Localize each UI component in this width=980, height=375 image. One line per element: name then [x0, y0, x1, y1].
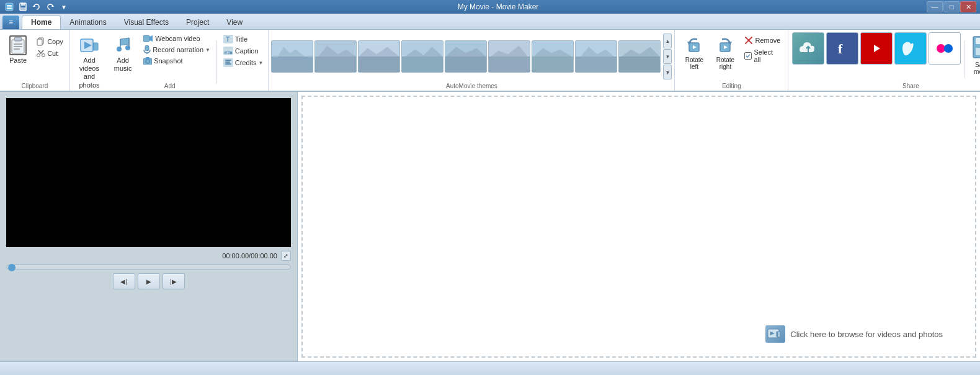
playback-controls: ◀| ▶ |▶ — [6, 273, 291, 289]
theme-thumb-6[interactable] — [488, 40, 530, 73]
rotate-left-icon — [684, 35, 704, 55]
storyboard-content[interactable] — [301, 96, 976, 358]
save-movie-button[interactable]: Save movie ▼ — [968, 32, 980, 85]
tab-project[interactable]: Project — [177, 16, 218, 29]
save-movie-label: Save movie — [974, 61, 980, 75]
add-music-button[interactable]: Add music — [107, 32, 138, 76]
tab-animations[interactable]: Animations — [61, 16, 115, 29]
tab-visual-effects[interactable]: Visual Effects — [115, 16, 177, 29]
record-narration-button[interactable]: Record narration ▼ — [141, 44, 213, 55]
credits-button[interactable]: Credits ▼ — [221, 57, 266, 68]
theme-thumb-1[interactable] — [271, 40, 313, 73]
share-divider — [964, 40, 964, 78]
theme-thumb-2[interactable] — [314, 40, 357, 73]
webcam-video-button[interactable]: Webcam video — [141, 34, 213, 43]
tab-home[interactable]: Home — [22, 16, 61, 29]
tab-view[interactable]: View — [218, 16, 251, 29]
paste-icon — [9, 35, 27, 55]
add-group: Add videos and photos Add music — [70, 30, 269, 91]
select-all-checkbox-icon — [744, 52, 752, 60]
svg-rect-49 — [359, 56, 399, 72]
app-menu-tab[interactable]: ≡ — [2, 16, 19, 29]
add-secondary-buttons: Webcam video Record narration ▼ Snapshot — [141, 32, 213, 66]
svg-point-82 — [944, 44, 953, 53]
svg-rect-26 — [143, 35, 149, 42]
browse-hint-text: Click here to browse for videos and phot… — [790, 330, 943, 339]
svg-rect-41 — [225, 63, 231, 65]
themes-scroll-up[interactable]: ▲ — [663, 34, 672, 48]
add-videos-photos-icon — [79, 35, 99, 55]
svg-text:f: f — [838, 41, 843, 56]
maximize-button[interactable]: □ — [943, 1, 960, 12]
browse-hint[interactable]: Click here to browse for videos and phot… — [765, 325, 943, 343]
cut-button[interactable]: Cut — [34, 48, 66, 59]
rotate-left-button[interactable]: Rotate left — [680, 32, 708, 73]
share-cloud-button[interactable] — [792, 32, 824, 65]
rotate-left-label: Rotate left — [685, 56, 703, 70]
editing-group-label: Editing — [675, 83, 788, 89]
svg-rect-52 — [403, 56, 443, 72]
record-narration-arrow: ▼ — [205, 47, 210, 53]
snapshot-button[interactable]: Snapshot — [141, 56, 213, 66]
next-frame-button[interactable]: |▶ — [163, 273, 185, 289]
quick-undo-button[interactable] — [31, 1, 42, 12]
quick-redo-button[interactable] — [45, 1, 56, 12]
svg-rect-84 — [976, 38, 980, 44]
theme-thumb-9[interactable] — [618, 40, 661, 73]
svg-point-17 — [42, 54, 45, 57]
title-button[interactable]: T Title — [221, 34, 266, 45]
clipboard-group: Paste Copy Cut Clipboard — [0, 30, 70, 91]
expand-preview-button[interactable]: ⤢ — [281, 251, 291, 261]
share-group: f — [788, 30, 980, 91]
quick-save-button[interactable] — [17, 1, 29, 12]
storyboard-panel: Click here to browse for videos and phot… — [298, 92, 980, 361]
svg-rect-43 — [272, 56, 313, 72]
theme-thumb-8[interactable] — [575, 40, 617, 73]
theme-thumb-7[interactable] — [532, 40, 574, 73]
theme-thumb-3[interactable] — [358, 40, 400, 73]
timeline-handle[interactable] — [8, 264, 16, 271]
clipboard-group-label: Clipboard — [0, 83, 69, 89]
add-music-label: Add music — [114, 56, 132, 73]
theme-thumb-5[interactable] — [445, 40, 487, 73]
themes-more[interactable]: ▾ — [663, 65, 672, 79]
svg-point-23 — [125, 45, 130, 50]
title-bar: ▼ My Movie - Movie Maker — □ ✕ — [0, 0, 980, 14]
svg-text:abc: abc — [225, 51, 231, 55]
share-flickr-button[interactable] — [929, 32, 961, 65]
svg-rect-6 — [20, 7, 25, 10]
svg-rect-1 — [7, 5, 12, 6]
svg-rect-11 — [14, 43, 22, 45]
svg-text:T: T — [226, 35, 230, 43]
quick-access-dropdown[interactable]: ▼ — [58, 1, 69, 12]
credits-arrow: ▼ — [259, 60, 264, 66]
app-menu-button[interactable] — [4, 1, 15, 12]
ribbon: Paste Copy Cut Clipboard — [0, 30, 980, 92]
text-add-buttons: T Title abc Caption Credits ▼ — [221, 32, 266, 68]
minimize-button[interactable]: — — [927, 1, 943, 12]
svg-rect-39 — [225, 60, 231, 61]
copy-button[interactable]: Copy — [34, 36, 66, 47]
theme-thumb-4[interactable] — [401, 40, 443, 73]
close-button[interactable]: ✕ — [960, 1, 976, 12]
svg-rect-28 — [145, 45, 149, 51]
svg-marker-21 — [93, 43, 94, 50]
play-pause-button[interactable]: ▶ — [138, 273, 160, 289]
paste-button[interactable]: Paste — [4, 32, 32, 67]
preview-panel: 00:00.00/00:00.00 ⤢ ◀| ▶ |▶ — [0, 92, 298, 361]
rotate-right-button[interactable]: Rotate right — [711, 32, 739, 73]
prev-frame-button[interactable]: ◀| — [113, 273, 135, 289]
share-youtube-button[interactable] — [860, 32, 893, 65]
svg-marker-27 — [149, 35, 153, 42]
caption-button[interactable]: abc Caption — [221, 45, 266, 56]
svg-rect-61 — [533, 56, 573, 72]
themes-scroll-down[interactable]: ▼ — [663, 49, 672, 64]
share-vimeo-button[interactable] — [894, 32, 927, 65]
select-all-button[interactable]: Select all — [742, 47, 783, 65]
ribbon-tabs-bar: ≡ Home Animations Visual Effects Project… — [0, 14, 980, 30]
add-group-label: Add — [71, 83, 269, 89]
share-facebook-button[interactable]: f — [826, 32, 858, 65]
remove-button[interactable]: Remove — [742, 35, 783, 46]
timeline-scrubber[interactable] — [6, 264, 291, 269]
browse-icon — [765, 325, 785, 343]
